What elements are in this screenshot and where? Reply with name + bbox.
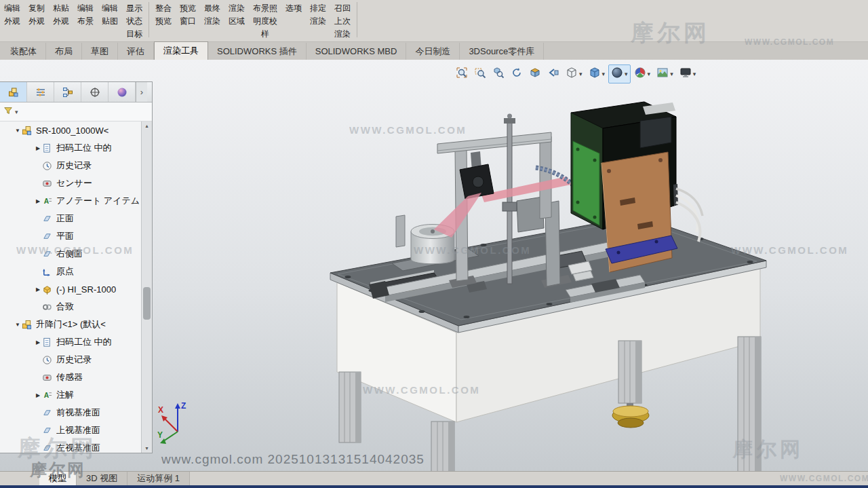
ribbon-tab[interactable]: 草图: [82, 43, 118, 60]
tree-item[interactable]: ▶(-) HI_SR-1000: [0, 280, 141, 298]
triad-z-label: Z: [181, 401, 186, 411]
dropdown-arrow-icon[interactable]: ▾: [670, 71, 673, 77]
panel-tab-configurationmanager[interactable]: [54, 82, 81, 102]
tree-item[interactable]: 右侧面: [0, 245, 141, 263]
view-settings-button[interactable]: ▾: [677, 64, 699, 83]
dropdown-arrow-icon[interactable]: ▾: [648, 71, 651, 77]
panel-collapse-button[interactable]: ›: [136, 82, 147, 102]
tree-item[interactable]: ▶Aアノテート アイテム: [0, 192, 141, 210]
panel-tab-dimxpertmanager[interactable]: [81, 82, 108, 102]
ribbon-tab[interactable]: SOLIDWORKS MBD: [307, 43, 407, 60]
view-orientation-button[interactable]: ▾: [563, 64, 585, 83]
scroll-up-icon[interactable]: ▴: [142, 123, 152, 129]
dropdown-arrow-icon[interactable]: ▾: [602, 71, 606, 77]
previous-view-button[interactable]: [545, 64, 562, 83]
ribbon-button[interactable]: 排定渲染: [306, 0, 330, 30]
tree-item[interactable]: 正面: [0, 210, 141, 227]
scroll-down-icon[interactable]: ▾: [142, 445, 152, 451]
ribbon-buttons: 编辑外观复制外观粘贴外观编辑布景编辑贴图显示状态目标整合预览预览窗口最终渲染渲染…: [0, 0, 359, 41]
ribbon-button[interactable]: 编辑布景: [73, 0, 98, 30]
previous-view-icon: [547, 67, 559, 81]
dropdown-arrow-icon[interactable]: ▾: [625, 71, 628, 77]
tree-item[interactable]: 历史记录: [0, 157, 141, 174]
edit-appearance-button[interactable]: ▾: [631, 64, 654, 83]
ribbon-button[interactable]: 复制外观: [24, 0, 49, 30]
tree-item-label: センサー: [56, 177, 92, 189]
scrollbar-thumb[interactable]: [143, 287, 151, 320]
ribbon-button[interactable]: 预览窗口: [176, 0, 200, 30]
ribbon-tab[interactable]: SOLIDWORKS 插件: [208, 43, 307, 60]
zoom-to-area-button[interactable]: [471, 64, 489, 83]
tree-item[interactable]: ▼SR-1000_1000W<: [0, 121, 141, 139]
origin-icon: [42, 267, 54, 277]
ribbon-button[interactable]: 布景照明度校样: [249, 0, 281, 43]
tree-item[interactable]: ▶扫码工位 中的: [0, 333, 141, 351]
rotate-view-button[interactable]: [508, 64, 526, 83]
tree-item[interactable]: 合致: [0, 298, 141, 316]
zoom-to-selection-button[interactable]: [490, 64, 507, 83]
ribbon-button[interactable]: 召回上次渲染: [330, 0, 355, 43]
tree-item-label: 左视基准面: [56, 442, 100, 453]
ribbon-button[interactable]: 选项: [281, 0, 306, 17]
tree-item-label: 前视基准面: [56, 407, 100, 419]
dropdown-arrow-icon[interactable]: ▾: [579, 71, 583, 77]
tree-item[interactable]: 原点: [0, 263, 141, 280]
tree-scrollbar[interactable]: ▴ ▾: [141, 121, 152, 453]
tree-item[interactable]: 历史记录: [0, 351, 141, 369]
expander-icon[interactable]: ▶: [34, 145, 42, 151]
tree-item[interactable]: ▶A注解: [0, 386, 141, 404]
document-tab[interactable]: 运动算例 1: [127, 472, 190, 485]
filter-dropdown-icon[interactable]: ▾: [15, 109, 18, 115]
ribbon-group-divider: [149, 2, 149, 37]
panel-tab-displaymanager[interactable]: [108, 82, 136, 102]
document-tab[interactable]: 模型: [39, 472, 77, 485]
ribbon-button[interactable]: 粘贴外观: [49, 0, 73, 30]
expander-icon[interactable]: ▶: [34, 339, 42, 345]
ribbon-tab[interactable]: 评估: [118, 43, 154, 60]
ribbon-button[interactable]: 显示状态目标: [122, 0, 146, 43]
ribbon-tab[interactable]: 今日制造: [406, 43, 460, 60]
tree-item[interactable]: センサー: [0, 174, 141, 192]
tree-item-label: 平面: [56, 230, 74, 242]
panel-tab-featuremanager[interactable]: [0, 82, 27, 102]
tree-item[interactable]: 前视基准面: [0, 404, 141, 421]
expander-icon[interactable]: ▼: [14, 322, 22, 328]
triad-y-label: Y: [157, 430, 163, 440]
ribbon-tab[interactable]: 装配体: [1, 43, 46, 60]
expander-icon[interactable]: ▶: [34, 392, 42, 398]
zoom-fit-icon: [456, 67, 468, 81]
dropdown-arrow-icon[interactable]: ▾: [693, 71, 696, 77]
solidworks-window: ▾▾▾▾▾▾ Z X Y www.cgmol.com 2025101313151…: [0, 0, 868, 488]
tree-item[interactable]: 传感器: [0, 369, 141, 386]
panel-tab-propertymanager[interactable]: [27, 82, 54, 102]
tree-item[interactable]: ▼升降门<1> (默认<: [0, 316, 141, 333]
apply-scene-button[interactable]: ▾: [654, 64, 676, 83]
triad-x-label: X: [158, 405, 163, 415]
display-style-button[interactable]: ▾: [586, 64, 608, 83]
tree-filter-row[interactable]: ▾: [0, 102, 152, 121]
tree-item[interactable]: 平面: [0, 227, 141, 245]
feature-tree: ▼SR-1000_1000W<▶扫码工位 中的历史记录センサー▶Aアノテート ア…: [0, 121, 141, 453]
plane-icon: [42, 214, 54, 224]
ribbon-button[interactable]: 整合预览: [151, 0, 176, 30]
document-tab[interactable]: 3D 视图: [77, 472, 127, 485]
expander-icon[interactable]: ▶: [34, 198, 42, 204]
apply-scene-icon: [656, 67, 669, 81]
tree-item[interactable]: 左视基准面: [0, 439, 141, 453]
tree-item[interactable]: ▶扫码工位 中的: [0, 139, 141, 157]
ribbon-button[interactable]: 编辑外观: [0, 0, 24, 30]
expander-icon[interactable]: ▶: [34, 286, 42, 293]
expander-icon[interactable]: ▼: [14, 128, 22, 134]
tree-item[interactable]: 上视基准面: [0, 421, 141, 439]
ribbon-button[interactable]: 渲染区域: [224, 0, 249, 30]
zoom-to-selection-icon: [492, 67, 505, 81]
ribbon-tab[interactable]: 渲染工具: [154, 41, 208, 60]
zoom-fit-button[interactable]: [453, 64, 471, 83]
ribbon-button[interactable]: 编辑贴图: [98, 0, 122, 30]
ribbon: 编辑外观复制外观粘贴外观编辑布景编辑贴图显示状态目标整合预览预览窗口最终渲染渲染…: [0, 0, 868, 60]
section-view-button[interactable]: [526, 64, 544, 83]
ribbon-tab[interactable]: 布局: [46, 43, 82, 60]
ribbon-button[interactable]: 最终渲染: [200, 0, 224, 30]
hide-show-items-button[interactable]: ▾: [608, 64, 631, 83]
ribbon-tab[interactable]: 3DSource零件库: [460, 43, 544, 60]
